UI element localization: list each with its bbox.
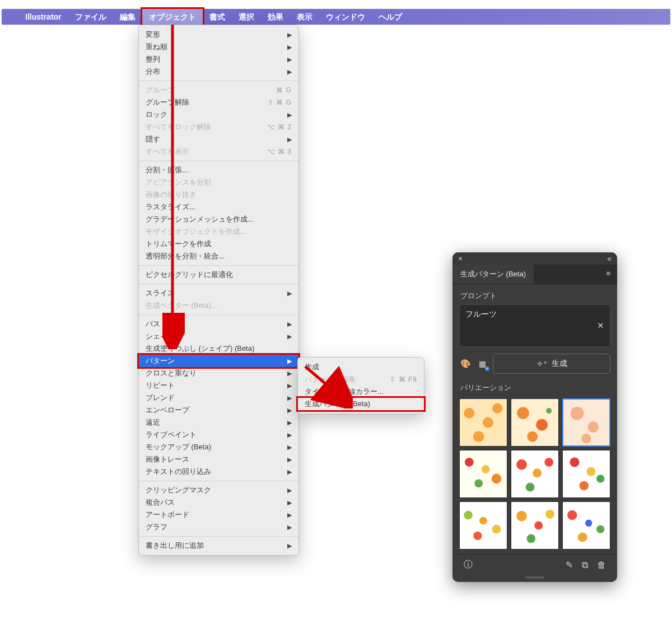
menu-item[interactable]: ピクセルグリッドに最適化: [139, 269, 298, 281]
menu-item[interactable]: クリッピングマスク▶: [139, 484, 298, 496]
menu-item[interactable]: 作成: [298, 361, 424, 373]
chevron-right-icon: ▶: [287, 136, 292, 143]
menu-item[interactable]: トリムマークを作成: [139, 238, 298, 250]
menu-item-label: すべてを表示: [146, 147, 262, 157]
chevron-right-icon: ▶: [287, 395, 292, 402]
menu-separator: [139, 265, 298, 266]
menu-item[interactable]: 書き出し用に追加▶: [139, 539, 298, 552]
menu-item[interactable]: ブレンド▶: [139, 392, 298, 404]
menu-item[interactable]: 変形▶: [139, 29, 298, 41]
menubar-item-view[interactable]: 表示: [290, 9, 319, 25]
menu-item-shortcut: ⇧ ⌘ G: [268, 98, 292, 106]
menu-item-label: ロック: [146, 110, 282, 120]
variation-thumb[interactable]: [562, 501, 610, 550]
menu-item[interactable]: ラスタライズ...: [139, 201, 298, 213]
menu-separator: [139, 161, 298, 161]
menu-item-label: タイルの境界線カラー...: [305, 387, 417, 397]
menu-item-label: 画像トレース: [146, 454, 282, 464]
menu-item-label: すべてをロック解除: [146, 122, 262, 132]
menu-item-label: グラフ: [146, 522, 282, 532]
variation-thumb[interactable]: [459, 450, 507, 498]
close-icon[interactable]: ×: [458, 255, 463, 262]
menu-item: すべてをロック解除⌥ ⌘ 2: [139, 121, 298, 133]
menubar-item-type[interactable]: 書式: [203, 9, 232, 25]
variation-thumb[interactable]: [459, 501, 507, 550]
menu-item[interactable]: パス▶: [139, 318, 298, 330]
menubar-item-edit[interactable]: 編集: [113, 9, 142, 25]
info-icon[interactable]: ⓘ: [459, 559, 477, 571]
sparkle-icon: ✧⁺: [536, 359, 547, 368]
panel-footer: ⓘ ✎ ⧉ 🗑: [452, 554, 617, 576]
menu-item[interactable]: スライス▶: [139, 287, 298, 299]
menu-item[interactable]: エンベロープ▶: [139, 404, 298, 416]
menu-item[interactable]: 生成塗りつぶし (シェイプ) (Beta): [139, 342, 298, 355]
menu-item[interactable]: モックアップ (Beta)▶: [139, 441, 298, 453]
menu-item[interactable]: 分割・拡張...: [139, 164, 298, 176]
menu-item[interactable]: アートボード▶: [139, 509, 298, 521]
chevron-right-icon: ▶: [287, 419, 292, 426]
menubar-item-effect[interactable]: 効果: [261, 9, 290, 25]
menu-item[interactable]: クロスと重なり▶: [139, 367, 298, 379]
menu-item[interactable]: ライブペイント▶: [139, 429, 298, 441]
menu-item[interactable]: 透明部分を分割・統合...: [139, 250, 298, 262]
menu-item-label: モックアップ (Beta): [146, 442, 282, 452]
variation-thumb[interactable]: [511, 450, 559, 498]
variation-thumb[interactable]: [511, 398, 559, 447]
menubar-item-file[interactable]: ファイル: [68, 9, 113, 25]
panel-resize-grip[interactable]: [452, 576, 617, 582]
menu-item: 画像の切り抜き: [139, 189, 298, 201]
menubar-item-select[interactable]: 選択: [232, 9, 261, 25]
style-icon[interactable]: ▦ ✓: [476, 358, 488, 370]
tab-generate-pattern[interactable]: 生成パターン (Beta): [452, 265, 534, 284]
menu-item[interactable]: リピート▶: [139, 379, 298, 392]
menu-item[interactable]: テキストの回り込み▶: [139, 466, 298, 478]
variation-thumb[interactable]: [459, 398, 507, 447]
variation-thumb[interactable]: [562, 450, 610, 498]
menu-item[interactable]: パターン▶: [139, 355, 298, 367]
prompt-input[interactable]: フルーツ ✕: [459, 304, 610, 347]
menubar-item-object[interactable]: オブジェクト: [142, 9, 203, 25]
menu-item-label: 分割・拡張...: [146, 165, 292, 175]
chevron-right-icon: ▶: [287, 111, 292, 119]
menu-item[interactable]: グループ解除⇧ ⌘ G: [139, 96, 298, 109]
menu-item-label: 隠す: [146, 134, 282, 144]
panel-titlebar[interactable]: × «: [452, 252, 617, 265]
menu-item-label: グラデーションメッシュを作成...: [146, 214, 292, 224]
menubar-item-window[interactable]: ウィンドウ: [319, 9, 372, 25]
menu-item[interactable]: 画像トレース▶: [139, 453, 298, 466]
menu-item[interactable]: タイルの境界線カラー...: [298, 386, 424, 398]
variations-label: バリエーション: [452, 381, 617, 396]
menu-item[interactable]: 生成パターン (Beta): [298, 398, 424, 410]
panel-menu-icon[interactable]: ≡: [599, 265, 617, 284]
menu-item-label: 透明部分を分割・統合...: [146, 251, 292, 261]
chevron-right-icon: ▶: [287, 499, 292, 506]
menu-item[interactable]: グラフ▶: [139, 521, 298, 533]
menu-item-label: 整列: [146, 54, 282, 64]
menu-item-label: ピクセルグリッドに最適化: [146, 270, 292, 280]
variation-thumb[interactable]: [511, 501, 559, 550]
chevron-right-icon: ▶: [287, 290, 292, 297]
palette-icon[interactable]: 🎨: [459, 358, 472, 370]
menu-item[interactable]: ロック▶: [139, 109, 298, 121]
menu-item[interactable]: 遠近▶: [139, 416, 298, 429]
variation-thumb[interactable]: [562, 398, 610, 447]
menu-item-label: シェイプ: [146, 331, 282, 341]
menu-item[interactable]: 整列▶: [139, 53, 298, 65]
add-swatch-icon[interactable]: ⧉: [577, 560, 592, 570]
chevron-right-icon: ▶: [287, 542, 292, 550]
clear-icon[interactable]: ✕: [597, 321, 604, 331]
edit-icon[interactable]: ✎: [561, 560, 577, 570]
menu-item[interactable]: 複合パス▶: [139, 496, 298, 509]
generate-button[interactable]: ✧⁺ 生成: [493, 354, 610, 374]
chevron-right-icon: ▶: [287, 68, 292, 76]
menubar-app-name[interactable]: Illustrator: [18, 9, 68, 25]
trash-icon[interactable]: 🗑: [592, 560, 610, 570]
menubar-item-help[interactable]: ヘルプ: [372, 9, 409, 25]
prompt-label: プロンプト: [452, 284, 617, 304]
menu-item[interactable]: 重ね順▶: [139, 41, 298, 53]
menu-item[interactable]: シェイプ▶: [139, 330, 298, 342]
menu-item[interactable]: 分布▶: [139, 65, 298, 78]
menu-item[interactable]: グラデーションメッシュを作成...: [139, 213, 298, 226]
menu-item[interactable]: 隠す▶: [139, 133, 298, 145]
collapse-icon[interactable]: «: [607, 254, 612, 263]
